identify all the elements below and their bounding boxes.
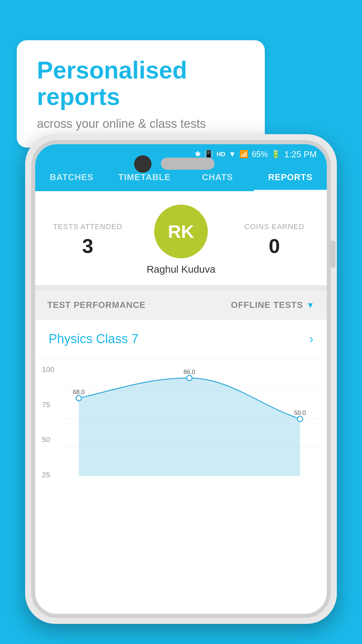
battery-icon: 🔋 (271, 150, 280, 159)
test-performance-header: TEST PERFORMANCE OFFLINE TESTS ▼ (35, 290, 327, 320)
speech-bubble: Personalised reports across your online … (17, 40, 265, 148)
y-label-75: 75 (42, 400, 54, 409)
avatar: RK (154, 205, 208, 258)
phone-speaker (161, 158, 215, 170)
signal-icon: 📶 (239, 150, 248, 159)
avatar-initials: RK (168, 221, 194, 242)
data-point-1 (76, 395, 81, 401)
data-label-2: 86.0 (183, 369, 195, 375)
offline-tests-button[interactable]: OFFLINE TESTS ▼ (231, 300, 315, 310)
battery-percent: 65% (252, 150, 268, 159)
y-label-25: 25 (42, 471, 54, 479)
class-name: Physics Class 7 (49, 332, 138, 346)
hd-icon: HD (217, 151, 225, 158)
tab-batches[interactable]: BATCHES (35, 164, 108, 191)
coins-earned-value: 0 (232, 234, 317, 258)
wifi-icon: ▼ (229, 150, 236, 159)
avatar-block: RK Raghul Kuduva (130, 205, 232, 275)
test-performance-label: TEST PERFORMANCE (47, 300, 145, 310)
chart-y-labels: 100 75 50 25 (42, 365, 54, 479)
offline-tests-label: OFFLINE TESTS (231, 300, 303, 310)
bubble-title: Personalised reports (37, 57, 245, 110)
phone-outer: ✱ 📳 HD ▼ 📶 65% 🔋 1:25 PM BATCHES TIMETAB… (25, 134, 337, 624)
chevron-down-icon: ▼ (306, 301, 315, 310)
user-name: Raghul Kuduva (146, 264, 215, 275)
divider-1 (35, 285, 327, 290)
coins-earned-block: COINS EARNED 0 (232, 222, 317, 258)
phone-wrapper: ✱ 📳 HD ▼ 📶 65% 🔋 1:25 PM BATCHES TIMETAB… (25, 134, 337, 624)
phone-side-button (331, 241, 336, 268)
bubble-subtitle: across your online & class tests (37, 117, 245, 131)
data-label-3: 50.0 (294, 410, 306, 416)
chart-fill-path (79, 378, 300, 476)
tests-attended-block: TESTS ATTENDED 3 (45, 222, 130, 258)
tab-reports[interactable]: REPORTS (254, 164, 327, 191)
y-label-50: 50 (42, 435, 54, 444)
phone-screen: ✱ 📳 HD ▼ 📶 65% 🔋 1:25 PM BATCHES TIMETAB… (35, 144, 327, 614)
tests-attended-value: 3 (45, 234, 130, 258)
coins-earned-label: COINS EARNED (232, 222, 317, 231)
data-point-2 (187, 375, 192, 381)
chart-svg: 68.0 86.0 50.0 (59, 362, 320, 476)
y-label-100: 100 (42, 365, 54, 374)
chart-area: 100 75 50 25 (35, 359, 327, 486)
data-point-3 (297, 416, 303, 422)
chevron-right-icon: › (309, 332, 313, 346)
class-row[interactable]: Physics Class 7 › (35, 320, 327, 359)
status-time: 1:25 PM (284, 149, 317, 160)
phone-camera (134, 155, 152, 173)
profile-card: TESTS ATTENDED 3 RK Raghul Kuduva COINS … (35, 191, 327, 285)
phone-inner: ✱ 📳 HD ▼ 📶 65% 🔋 1:25 PM BATCHES TIMETAB… (31, 140, 331, 618)
data-label-1: 68.0 (73, 389, 84, 395)
tests-attended-label: TESTS ATTENDED (45, 222, 130, 231)
